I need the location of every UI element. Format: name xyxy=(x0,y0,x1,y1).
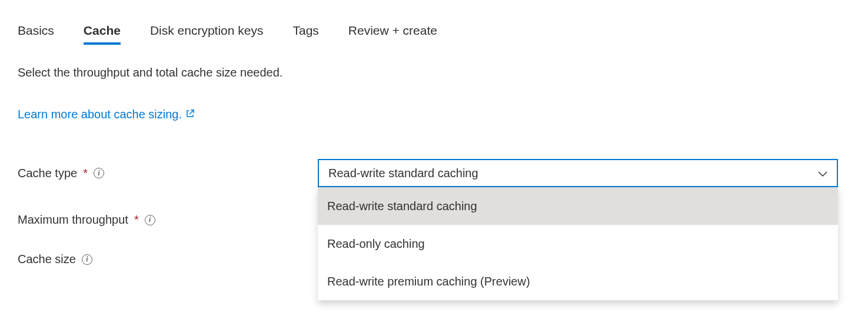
cache-type-select[interactable]: Read-write standard caching xyxy=(318,159,838,187)
dropdown-option[interactable]: Read-write premium caching (Preview) xyxy=(318,263,838,300)
tab-disk-encryption-keys[interactable]: Disk encryption keys xyxy=(150,24,264,45)
tab-basics[interactable]: Basics xyxy=(18,24,54,45)
page-description: Select the throughput and total cache si… xyxy=(18,66,850,79)
label-max-throughput-text: Maximum throughput xyxy=(18,213,128,227)
cache-type-selected-value: Read-write standard caching xyxy=(328,167,478,180)
learn-more-text: Learn more about cache sizing. xyxy=(18,108,182,121)
label-cache-type: Cache type * xyxy=(18,167,318,180)
learn-more-link[interactable]: Learn more about cache sizing. xyxy=(18,108,195,121)
info-icon[interactable] xyxy=(82,254,92,265)
tab-review-create[interactable]: Review + create xyxy=(348,24,437,45)
info-icon[interactable] xyxy=(145,215,155,225)
chevron-down-icon xyxy=(818,167,827,180)
label-cache-size: Cache size xyxy=(18,253,318,266)
form-row-cache-type: Cache type * Read-write standard caching… xyxy=(18,159,850,187)
tabs-bar: Basics Cache Disk encryption keys Tags R… xyxy=(18,24,850,45)
label-cache-size-text: Cache size xyxy=(18,253,76,266)
required-asterisk: * xyxy=(134,213,139,227)
external-link-icon xyxy=(185,108,195,121)
info-icon[interactable] xyxy=(94,168,104,178)
dropdown-option[interactable]: Read-write standard caching xyxy=(318,187,838,225)
cache-type-control: Read-write standard caching Read-write s… xyxy=(318,159,838,187)
required-asterisk: * xyxy=(83,167,88,180)
label-max-throughput: Maximum throughput * xyxy=(18,213,318,227)
cache-type-dropdown: Read-write standard caching Read-only ca… xyxy=(318,187,838,300)
tab-cache[interactable]: Cache xyxy=(84,24,121,45)
dropdown-option[interactable]: Read-only caching xyxy=(318,225,838,263)
tab-tags[interactable]: Tags xyxy=(292,24,318,45)
label-cache-type-text: Cache type xyxy=(18,167,77,180)
